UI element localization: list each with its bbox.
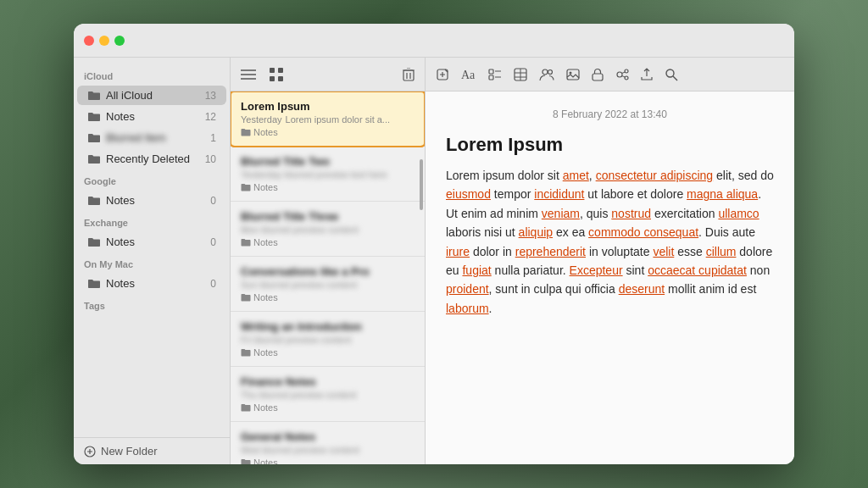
folder-icon — [87, 132, 101, 144]
note-item-5-folder: Notes — [241, 347, 415, 358]
note-item-5-title: Writing an Introduction — [241, 320, 415, 333]
sidebar-item-blurred[interactable]: Blurred Item 1 — [77, 128, 226, 147]
new-folder-button[interactable]: New Folder — [84, 445, 220, 458]
note-item-lorem-date: Yesterday — [241, 114, 282, 125]
table-icon[interactable] — [514, 68, 527, 81]
note-item-7[interactable]: General Notes Wed blurred preview conten… — [231, 422, 425, 464]
note-item-7-folder-name: Notes — [253, 458, 278, 464]
trash-icon[interactable] — [403, 68, 415, 81]
folder-small-icon — [241, 403, 251, 412]
note-item-4-folder: Notes — [241, 292, 415, 302]
note-item-lorem-folder: Notes — [241, 127, 415, 137]
search-icon[interactable] — [665, 68, 678, 81]
folder-small-icon — [241, 293, 251, 302]
sidebar-item-allicloud-count: 13 — [205, 90, 216, 102]
minimize-button[interactable] — [99, 36, 109, 46]
svg-rect-29 — [567, 69, 579, 80]
folder-small-icon — [241, 348, 251, 357]
sidebar-section-icloud: iCloud — [74, 64, 230, 85]
svg-rect-7 — [278, 68, 283, 73]
sidebar-section-tags: Tags — [74, 294, 230, 314]
scroll-indicator[interactable] — [420, 159, 423, 210]
close-button[interactable] — [84, 36, 94, 46]
lock-icon[interactable] — [592, 68, 604, 81]
note-item-6-folder-name: Notes — [253, 402, 278, 413]
note-item-2[interactable]: Blurred Title Two Yesterday blurred prev… — [231, 147, 425, 202]
sidebar-item-notes-icloud[interactable]: Notes 12 — [77, 107, 226, 126]
svg-line-36 — [622, 75, 626, 77]
grid-view-icon[interactable] — [270, 68, 283, 81]
notes-list: Lorem Ipsum Yesterday Lorem ipsum dolor … — [231, 58, 426, 464]
note-item-4-meta: Sun blurred preview content — [241, 280, 415, 290]
note-item-7-folder: Notes — [241, 458, 415, 464]
svg-rect-10 — [403, 70, 414, 80]
svg-rect-8 — [270, 76, 275, 81]
sidebar-item-recently-deleted-count: 10 — [205, 153, 216, 165]
svg-rect-21 — [489, 75, 493, 80]
sidebar-item-all-icloud[interactable]: All iCloud 13 — [77, 86, 226, 105]
note-item-4-title: Conversations like a Pro — [241, 265, 415, 278]
note-item-3-folder-name: Notes — [253, 237, 278, 247]
note-item-6-title: Finance Notes — [241, 375, 415, 388]
sidebar-item-notes-mac-label: Notes — [106, 277, 210, 290]
svg-point-27 — [542, 69, 548, 75]
svg-point-30 — [570, 71, 572, 74]
folder-icon — [87, 236, 101, 248]
note-item-7-title: General Notes — [241, 430, 415, 443]
svg-rect-31 — [593, 74, 603, 80]
sidebar-item-blurred-label: Blurred Item — [106, 131, 210, 144]
sidebar-section-onmymac: On My Mac — [74, 252, 230, 273]
svg-point-32 — [617, 72, 622, 77]
sidebar-item-notes-icloud-count: 12 — [205, 111, 216, 123]
title-bar — [74, 24, 794, 58]
folder-icon — [87, 153, 101, 165]
note-item-4[interactable]: Conversations like a Pro Sun blurred pre… — [231, 257, 425, 312]
note-item-6[interactable]: Finance Notes Thu blurred preview conten… — [231, 367, 425, 422]
format-text-icon[interactable]: Aa — [461, 69, 476, 80]
note-item-2-folder-name: Notes — [253, 182, 278, 192]
svg-point-37 — [666, 69, 674, 77]
sidebar-footer: New Folder — [74, 437, 230, 464]
sidebar-item-notes-google[interactable]: Notes 0 — [77, 191, 226, 210]
folder-icon — [87, 90, 101, 102]
folder-small-icon — [241, 458, 251, 464]
list-view-icon[interactable] — [241, 69, 256, 80]
sidebar-section-exchange: Exchange — [74, 211, 230, 231]
note-item-lorem-meta: Yesterday Lorem ipsum dolor sit a... — [241, 114, 415, 125]
export-icon[interactable] — [641, 68, 653, 81]
sidebar-section-google: Google — [74, 169, 230, 190]
share-collab-icon[interactable] — [615, 68, 629, 81]
sidebar-item-notes-mac[interactable]: Notes 0 — [77, 274, 226, 293]
sidebar-item-notes-exchange-label: Notes — [106, 236, 210, 248]
sidebar-item-recently-deleted[interactable]: Recently Deleted 10 — [77, 149, 226, 169]
editor-content: 8 February 2022 at 13:40 Lorem Ipsum Lor… — [426, 92, 794, 464]
folder-icon — [87, 111, 101, 123]
svg-rect-19 — [489, 69, 493, 74]
image-icon[interactable] — [566, 69, 580, 80]
maximize-button[interactable] — [114, 36, 125, 46]
svg-line-35 — [622, 72, 626, 74]
note-item-lorem[interactable]: Lorem Ipsum Yesterday Lorem ipsum dolor … — [231, 92, 425, 147]
note-item-4-folder-name: Notes — [253, 292, 278, 302]
note-item-2-meta: Yesterday blurred preview text here — [241, 169, 415, 180]
svg-text:Aa: Aa — [461, 69, 476, 80]
folder-small-icon — [241, 238, 251, 247]
note-item-lorem-title: Lorem Ipsum — [241, 100, 415, 113]
collaborate-icon[interactable] — [539, 68, 554, 81]
editor-body[interactable]: Lorem ipsum dolor sit amet, consectetur … — [446, 166, 774, 318]
note-item-5[interactable]: Writing an Introduction Fri blurred prev… — [231, 312, 425, 367]
note-item-3-folder: Notes — [241, 237, 415, 247]
note-item-6-folder: Notes — [241, 402, 415, 413]
notes-list-toolbar — [231, 58, 425, 92]
note-item-5-folder-name: Notes — [253, 347, 278, 358]
checklist-icon[interactable] — [488, 69, 502, 80]
new-note-icon[interactable] — [436, 68, 449, 81]
svg-point-28 — [548, 69, 553, 74]
sidebar-item-notes-exchange[interactable]: Notes 0 — [77, 232, 226, 252]
note-item-3-meta: Mon blurred preview content — [241, 225, 415, 235]
folder-small-icon — [241, 183, 251, 191]
sidebar-item-allicloud-label: All iCloud — [106, 89, 205, 102]
note-item-3[interactable]: Blurred Title Three Mon blurred preview … — [231, 202, 425, 257]
note-item-lorem-preview: Lorem ipsum dolor sit a... — [286, 114, 391, 125]
traffic-lights — [84, 36, 125, 46]
